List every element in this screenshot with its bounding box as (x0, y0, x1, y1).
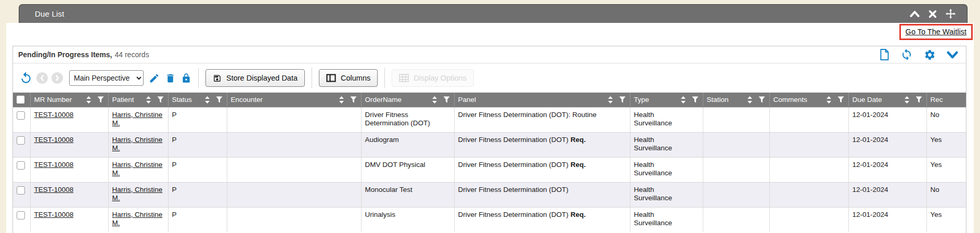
sort-icon[interactable] (608, 96, 613, 103)
filter-icon[interactable] (619, 96, 626, 103)
move-icon[interactable] (946, 9, 956, 19)
sort-icon[interactable] (204, 96, 210, 103)
select-all-checkbox[interactable] (17, 96, 24, 103)
sort-icon[interactable] (86, 96, 92, 103)
panel-cell: Driver Fitness Determination (DOT): Rout… (454, 107, 630, 132)
column-header-ordername[interactable]: OrderName (361, 93, 454, 107)
mr-number-link[interactable]: TEST-10008 (34, 211, 74, 218)
sort-icon[interactable] (146, 96, 151, 103)
encounter-cell (227, 157, 361, 182)
column-header-mr-number[interactable]: MR Number (30, 93, 108, 107)
comments-cell (769, 107, 848, 132)
panel-text: Driver Fitness Determination (DOT) (458, 161, 569, 169)
column-header-rec[interactable]: Rec (926, 93, 966, 107)
column-label: Station (707, 96, 729, 103)
patient-link[interactable]: Harris, Christine M. (112, 186, 163, 202)
filter-icon[interactable] (97, 96, 104, 103)
store-displayed-data-button[interactable]: Store Displayed Data (205, 69, 305, 87)
previous-perspective-button[interactable] (36, 72, 48, 84)
perspective-select[interactable]: Main Perspective (69, 70, 144, 86)
status-cell: P (168, 157, 227, 182)
row-checkbox[interactable] (17, 136, 25, 145)
close-icon[interactable] (929, 10, 937, 18)
display-options-grid-icon (399, 74, 409, 82)
due-date-cell: 12-01-2024 (848, 107, 926, 132)
filter-icon[interactable] (692, 96, 699, 103)
go-to-waitlist-link[interactable]: Go To The Waitlist (906, 28, 966, 36)
lock-icon[interactable] (181, 73, 191, 84)
sort-icon[interactable] (747, 96, 753, 103)
table-row: TEST-10008 Harris, Christine M. P Urinal… (13, 207, 966, 232)
filter-icon[interactable] (758, 96, 765, 103)
collapse-chevron-up-icon[interactable] (910, 10, 920, 18)
sort-icon[interactable] (904, 96, 910, 103)
toolbar-divider (198, 68, 199, 88)
station-cell (703, 107, 769, 132)
sort-icon[interactable] (680, 96, 686, 103)
panel-text: Driver Fitness Determination (DOT) (458, 186, 569, 193)
column-header-encounter[interactable]: Encounter (227, 93, 361, 107)
row-checkbox[interactable] (17, 161, 25, 170)
table-row: TEST-10008 Harris, Christine M. P DMV DO… (13, 157, 966, 182)
status-cell: P (168, 182, 227, 207)
row-checkbox[interactable] (17, 211, 25, 219)
row-checkbox[interactable] (17, 111, 25, 120)
column-header-patient[interactable]: Patient (108, 93, 168, 107)
edit-pencil-icon[interactable] (149, 73, 160, 84)
column-header-due-date[interactable]: Due Date (848, 93, 926, 107)
sort-icon[interactable] (826, 96, 832, 103)
filter-icon[interactable] (216, 96, 223, 103)
undo-icon[interactable] (19, 71, 33, 85)
gear-icon[interactable] (924, 49, 936, 61)
sort-icon[interactable] (432, 96, 437, 103)
column-label: Due Date (853, 96, 882, 103)
refresh-icon[interactable] (900, 48, 913, 61)
filter-icon[interactable] (157, 96, 164, 103)
columns-button[interactable]: Columns (319, 69, 378, 87)
trash-icon[interactable] (165, 73, 176, 84)
sort-icon[interactable] (339, 96, 344, 103)
table-header-row: MR Number Patient Status Encounter Order… (13, 93, 966, 107)
mr-number-link[interactable]: TEST-10008 (34, 161, 74, 169)
column-header-panel[interactable]: Panel (454, 93, 630, 107)
column-header-comments[interactable]: Comments (769, 93, 848, 107)
next-perspective-button[interactable] (51, 72, 63, 84)
column-label: Type (634, 96, 649, 103)
chevron-down-icon[interactable] (947, 51, 958, 59)
column-label: Status (172, 96, 192, 103)
row-checkbox[interactable] (17, 186, 25, 195)
mr-number-link[interactable]: TEST-10008 (34, 111, 74, 119)
panel-cell: Driver Fitness Determination (DOT) (454, 182, 630, 207)
panel-text: Driver Fitness Determination (DOT): Rout… (458, 111, 597, 119)
save-floppy-icon (213, 74, 222, 83)
patient-link[interactable]: Harris, Christine M. (112, 211, 163, 227)
waitlist-highlight-box: Go To The Waitlist (899, 24, 973, 40)
filter-icon[interactable] (837, 96, 844, 103)
column-header-station[interactable]: Station (703, 93, 769, 107)
mr-number-link[interactable]: TEST-10008 (34, 136, 74, 144)
encounter-cell (227, 182, 361, 207)
due-list-table: MR Number Patient Status Encounter Order… (13, 93, 966, 232)
type-cell: Health Surveillance (630, 182, 703, 207)
status-cell: P (168, 132, 227, 157)
panel-header: Pending/In Progress Items, 44 records (13, 46, 966, 63)
toolbar-divider (384, 68, 385, 88)
mr-number-link[interactable]: TEST-10008 (34, 186, 74, 193)
panel-cell: Driver Fitness Determination (DOT)Req. (454, 157, 630, 182)
window-content: Go To The Waitlist Pending/In Progress I… (6, 23, 974, 233)
ordername-cell: Urinalysis (361, 207, 454, 232)
toolbar: Main Perspective Store Displayed Data Co… (13, 63, 966, 93)
window-title: Due List (35, 9, 65, 18)
column-header-status[interactable]: Status (168, 93, 227, 107)
filter-icon[interactable] (350, 96, 357, 103)
status-cell: P (168, 207, 227, 232)
patient-link[interactable]: Harris, Christine M. (112, 136, 163, 152)
new-document-icon[interactable] (879, 48, 889, 61)
column-header-type[interactable]: Type (630, 93, 703, 107)
patient-link[interactable]: Harris, Christine M. (112, 161, 163, 177)
ordername-cell: Driver Fitness Determination (DOT) (361, 107, 454, 132)
filter-icon[interactable] (915, 96, 922, 103)
filter-icon[interactable] (443, 96, 450, 103)
patient-link[interactable]: Harris, Christine M. (112, 111, 163, 127)
due-date-cell: 12-01-2024 (848, 182, 926, 207)
